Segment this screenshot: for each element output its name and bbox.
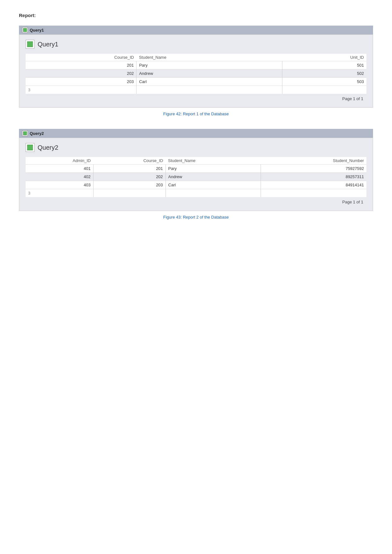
cell-unit-id: 502 [282,69,366,78]
query2-col-course-id: Course_ID [93,157,166,165]
row-count-row: 3 [26,86,366,94]
cell-admin-id: 401 [26,165,93,173]
query1-caption: Figure 42: Report 1 of the Database [19,111,373,116]
cell-course-id: 203 [26,78,136,86]
table-row: 403 203 Carl 84914141 [26,181,366,189]
cell-student-name: Pary [136,61,282,69]
query2-page-indicator: Page 1 of 1 [26,200,366,204]
cell-course-id: 203 [93,181,166,189]
query1-tab-icon [22,27,28,33]
query1-page-indicator: Page 1 of 1 [26,96,366,101]
table-row: 402 202 Andrew 89257311 [26,173,366,181]
table-row: 201 Pary 501 [26,61,366,69]
table-row: 203 Carl 503 [26,78,366,86]
cell-unit-id: 501 [282,61,366,69]
query1-header-title: Query1 [38,41,58,48]
table-row: 401 201 Pary 75927592 [26,165,366,173]
cell-student-name: Andrew [136,69,282,78]
cell-student-number: 84914141 [261,181,366,189]
query2-tab-icon [22,130,28,136]
query1-tab-icon-inner [23,28,27,32]
query2-col-student-name: Student_Name [166,157,261,165]
query2-header: Query2 [26,143,366,152]
row-count: 3 [26,189,93,197]
row-count: 3 [26,86,136,94]
query2-panel: Query2 Admin_ID Course_ID Student_Name S… [19,138,373,211]
table-row: 202 Andrew 502 [26,69,366,78]
query2-col-admin-id: Admin_ID [26,157,93,165]
query2-table-body: 401 201 Pary 75927592 402 202 Andrew 892… [26,165,366,197]
cell-course-id: 201 [26,61,136,69]
query2-section: Query2 Query2 Admin_ID Course_ID Student… [19,129,373,220]
cell-student-name: Pary [166,165,261,173]
cell-student-number: 89257311 [261,173,366,181]
cell-unit-id: 503 [282,78,366,86]
query1-table-body: 201 Pary 501 202 Andrew 502 203 Carl 503… [26,61,366,94]
query1-header-icon [26,40,34,49]
query1-table-header: Course_ID Student_Name Unit_ID [26,54,366,61]
query1-section: Query1 Query1 Course_ID Student_Name Uni… [19,26,373,116]
query2-table: Admin_ID Course_ID Student_Name Student_… [26,157,366,197]
cell-course-id: 202 [26,69,136,78]
query1-col-student-name: Student_Name [136,54,282,61]
query1-table: Course_ID Student_Name Unit_ID 201 Pary … [26,54,366,94]
query2-tab-bar: Query2 [19,129,373,138]
query1-tab-label: Query1 [30,28,44,33]
query1-col-unit-id: Unit_ID [282,54,366,61]
cell-course-id: 201 [93,165,166,173]
cell-student-number: 75927592 [261,165,366,173]
cell-admin-id: 402 [26,173,93,181]
row-count-row: 3 [26,189,366,197]
query2-table-header: Admin_ID Course_ID Student_Name Student_… [26,157,366,165]
query1-panel: Query1 Course_ID Student_Name Unit_ID 20… [19,34,373,108]
query2-header-icon-inner [27,145,33,150]
query2-header-icon [26,143,34,152]
report-title: Report: [19,13,373,18]
query1-col-course-id: Course_ID [26,54,136,61]
cell-student-name: Carl [166,181,261,189]
cell-student-name: Andrew [166,173,261,181]
query2-tab-icon-inner [23,131,27,135]
query2-header-title: Query2 [38,144,58,151]
query2-caption: Figure 43: Report 2 of the Database [19,215,373,220]
cell-student-name: Carl [136,78,282,86]
cell-course-id: 202 [93,173,166,181]
query2-col-student-number: Student_Number [261,157,366,165]
query1-header: Query1 [26,40,366,49]
query1-header-icon-inner [27,41,33,47]
cell-admin-id: 403 [26,181,93,189]
query2-tab-label: Query2 [30,131,44,136]
query1-tab-bar: Query1 [19,26,373,34]
